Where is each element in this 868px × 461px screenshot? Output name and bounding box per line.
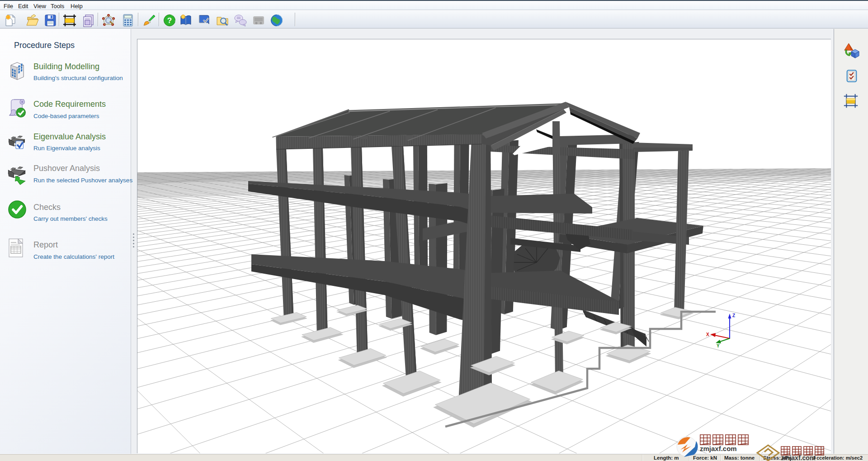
svg-text:?: ? — [167, 16, 172, 25]
